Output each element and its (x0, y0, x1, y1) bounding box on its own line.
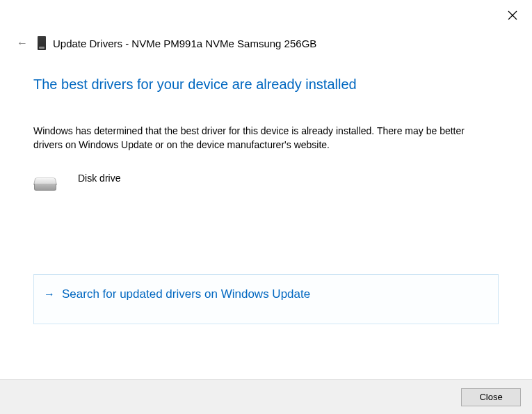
device-row: Disk drive (33, 171, 499, 191)
wizard-footer: Close (0, 379, 532, 414)
result-description: Windows has determined that the best dri… (33, 125, 478, 152)
device-name-label: Disk drive (78, 171, 120, 184)
wizard-title: Update Drivers - NVMe PM991a NVMe Samsun… (53, 38, 316, 49)
disk-drive-icon (33, 175, 57, 191)
back-arrow-icon[interactable]: ← (14, 36, 31, 50)
close-button[interactable]: Close (461, 388, 521, 406)
window-close-icon[interactable] (506, 8, 519, 22)
nvme-device-icon (38, 36, 46, 50)
search-windows-update-label: Search for updated drivers on Windows Up… (62, 287, 310, 301)
arrow-right-icon: → (44, 288, 55, 301)
wizard-header: ← Update Drivers - NVMe PM991a NVMe Sams… (14, 36, 518, 50)
result-heading: The best drivers for your device are alr… (33, 77, 499, 93)
search-windows-update-link[interactable]: → Search for updated drivers on Windows … (33, 274, 499, 324)
wizard-content: The best drivers for your device are alr… (33, 77, 499, 324)
